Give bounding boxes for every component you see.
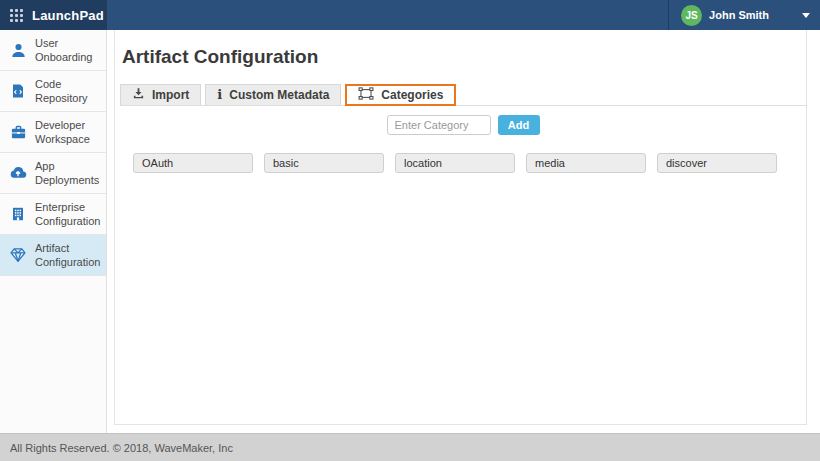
sidebar-item-label: User Onboarding xyxy=(35,36,102,64)
add-button[interactable]: Add xyxy=(498,115,540,135)
sidebar-item-label: Enterprise Configuration xyxy=(35,200,102,228)
add-category-row: Add xyxy=(120,115,806,135)
user-menu[interactable]: JS John Smith xyxy=(681,5,810,26)
body-row: User Onboarding Code Repository Develope… xyxy=(0,30,820,433)
category-chip[interactable]: discover xyxy=(657,153,777,173)
tab-label: Import xyxy=(152,88,189,102)
topbar: LaunchPad JS John Smith xyxy=(0,0,820,30)
topbar-right: JS John Smith xyxy=(107,0,820,30)
tab-custom-metadata[interactable]: i Custom Metadata xyxy=(205,84,341,105)
avatar: JS xyxy=(681,5,702,26)
brand-area: LaunchPad xyxy=(0,0,107,30)
footer-copyright: All Rights Reserved. © 2018, WaveMaker, … xyxy=(10,442,233,454)
sidebar-item-enterprise-configuration[interactable]: Enterprise Configuration xyxy=(0,194,106,235)
topbar-divider xyxy=(668,0,669,30)
chevron-down-icon xyxy=(802,13,810,18)
tab-bar: Import i Custom Metadata Categories xyxy=(120,84,807,106)
user-icon xyxy=(9,42,27,59)
categories-icon xyxy=(358,87,374,103)
tab-categories[interactable]: Categories xyxy=(345,84,456,106)
diamond-icon xyxy=(9,246,27,264)
sidebar-item-code-repository[interactable]: Code Repository xyxy=(0,71,106,112)
brand-title: LaunchPad xyxy=(32,8,104,23)
content-card: Artifact Configuration Import i Custom M… xyxy=(114,30,807,425)
footer: All Rights Reserved. © 2018, WaveMaker, … xyxy=(0,433,820,461)
page-title: Artifact Configuration xyxy=(122,46,806,68)
briefcase-icon xyxy=(9,124,27,141)
tab-label: Custom Metadata xyxy=(229,88,329,102)
sidebar-item-user-onboarding[interactable]: User Onboarding xyxy=(0,30,106,71)
category-input[interactable] xyxy=(387,115,491,135)
sidebar-item-app-deployments[interactable]: App Deployments xyxy=(0,153,106,194)
sidebar-item-label: App Deployments xyxy=(35,159,102,187)
category-chip[interactable]: OAuth xyxy=(133,153,253,173)
sidebar-item-artifact-configuration[interactable]: Artifact Configuration xyxy=(0,235,106,276)
main-content: Artifact Configuration Import i Custom M… xyxy=(107,30,820,433)
sidebar-item-label: Artifact Configuration xyxy=(35,241,102,269)
import-icon xyxy=(132,87,145,103)
building-icon xyxy=(9,206,27,222)
sidebar-item-label: Developer Workspace xyxy=(35,118,102,146)
category-chip[interactable]: location xyxy=(395,153,515,173)
sidebar: User Onboarding Code Repository Develope… xyxy=(0,30,107,433)
category-chip[interactable]: media xyxy=(526,153,646,173)
tab-import[interactable]: Import xyxy=(120,84,201,105)
code-repository-icon xyxy=(9,83,27,99)
sidebar-item-developer-workspace[interactable]: Developer Workspace xyxy=(0,112,106,153)
sidebar-item-label: Code Repository xyxy=(35,77,102,105)
tab-label: Categories xyxy=(381,88,443,102)
cloud-upload-icon xyxy=(9,164,27,182)
category-chip[interactable]: basic xyxy=(264,153,384,173)
category-list: OAuthbasiclocationmediadiscover xyxy=(133,153,806,173)
user-name: John Smith xyxy=(709,9,769,21)
apps-grid-icon[interactable] xyxy=(10,9,23,22)
info-icon: i xyxy=(217,88,222,102)
